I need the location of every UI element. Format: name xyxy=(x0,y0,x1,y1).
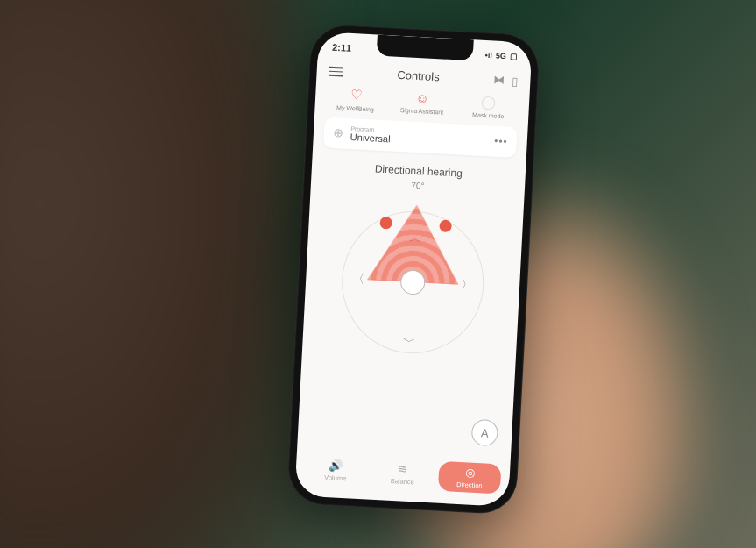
quick-label: My WellBeing xyxy=(336,103,374,111)
balance-icon: ≋ xyxy=(398,462,408,476)
bluetooth-icon[interactable]: ⧓ xyxy=(493,73,505,87)
chevron-down-icon[interactable]: ﹀ xyxy=(403,333,416,350)
battery-status-icon[interactable]: ▯ xyxy=(512,74,519,87)
tab-label: Balance xyxy=(390,476,414,485)
tab-volume[interactable]: 🔊 Volume xyxy=(304,453,367,487)
status-right: •ıl 5G ▢ xyxy=(484,50,518,60)
status-time: 2:11 xyxy=(331,41,351,53)
ear-left-icon xyxy=(379,216,392,229)
tab-balance[interactable]: ≋ Balance xyxy=(371,457,434,490)
mask-icon: ◯ xyxy=(481,93,497,110)
volume-icon: 🔊 xyxy=(329,459,343,473)
angle-value: 70° xyxy=(411,180,425,190)
chevron-up-icon[interactable]: ︿ xyxy=(408,230,421,246)
tab-label: Direction xyxy=(456,480,482,489)
quick-label: Mask mode xyxy=(472,110,505,118)
auto-label: A xyxy=(480,425,488,438)
ear-right-icon xyxy=(439,218,452,231)
assistant-icon: ☺ xyxy=(415,89,429,105)
signal-icon: •ıl xyxy=(484,50,492,59)
network-label: 5G xyxy=(495,51,506,60)
page-title: Controls xyxy=(396,68,439,83)
main-panel: Directional hearing 70° ︿ ﹀ 〈 〉 xyxy=(297,155,526,459)
chevron-left-icon[interactable]: 〈 xyxy=(351,270,364,287)
notch xyxy=(376,34,473,60)
heart-icon: ♡ xyxy=(350,86,362,103)
section-title: Directional hearing xyxy=(374,162,463,179)
quick-assistant[interactable]: ☺ Signia Assistant xyxy=(390,88,454,116)
globe-icon: ⊕ xyxy=(332,125,343,139)
tab-label: Volume xyxy=(324,473,346,482)
screen: 2:11 •ıl 5G ▢ Controls ⧓ ▯ ♡ My WellBein… xyxy=(294,31,532,506)
chevron-right-icon[interactable]: 〉 xyxy=(460,276,473,293)
menu-icon[interactable] xyxy=(329,63,343,78)
program-name: Universal xyxy=(350,131,390,143)
quick-mask-mode[interactable]: ◯ Mask mode xyxy=(456,91,520,119)
direction-icon: ◎ xyxy=(464,466,475,480)
direction-dial[interactable]: ︿ ﹀ 〈 〉 xyxy=(325,194,500,369)
auto-button[interactable]: A xyxy=(470,418,498,446)
head-icon xyxy=(399,268,425,294)
more-icon[interactable]: ••• xyxy=(493,134,507,147)
tab-direction[interactable]: ◎ Direction xyxy=(438,460,501,494)
quick-wellbeing[interactable]: ♡ My WellBeing xyxy=(323,84,387,112)
phone-frame: 2:11 •ıl 5G ▢ Controls ⧓ ▯ ♡ My WellBein… xyxy=(286,23,540,515)
battery-icon: ▢ xyxy=(509,52,518,60)
quick-label: Signia Assistant xyxy=(399,106,443,115)
